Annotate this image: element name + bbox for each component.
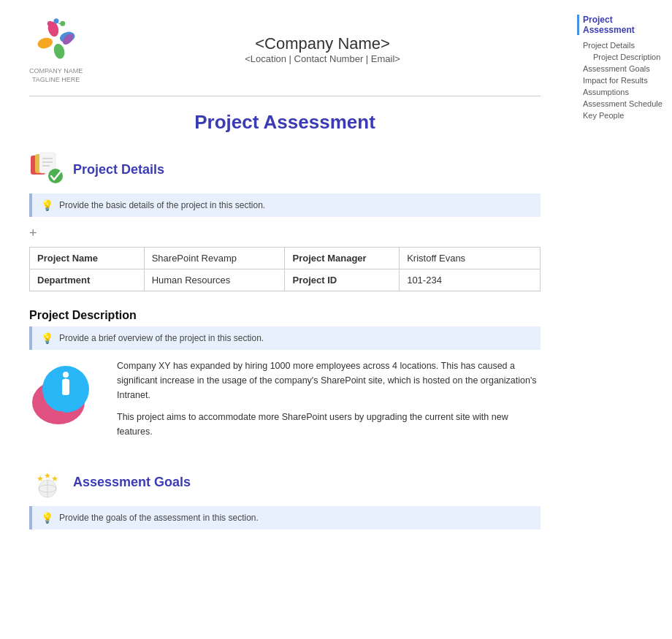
bulb-icon: 💡: [41, 199, 53, 211]
info-graphic-icon: i: [29, 359, 102, 432]
table-value: Human Resources: [144, 269, 285, 291]
sidebar-nav-title[interactable]: Project Assessment: [577, 15, 665, 35]
svg-point-2: [52, 42, 66, 60]
sidebar-item-schedule[interactable]: Assessment Schedule: [577, 98, 665, 110]
project-details-callout: 💡 Provide the basic details of the proje…: [29, 194, 541, 217]
sidebar: Project Assessment Project Details Proje…: [570, 0, 672, 639]
svg-text:★: ★: [44, 471, 51, 480]
table-label: Project Name: [30, 248, 145, 269]
svg-text:★: ★: [37, 474, 44, 483]
svg-text:★: ★: [51, 474, 58, 483]
description-para-1: Company XY has expanded by hiring 1000 m…: [117, 359, 541, 402]
table-value: Kristoff Evans: [400, 248, 541, 269]
svg-rect-21: [62, 379, 69, 395]
description-content: i Company XY has expanded by hiring 1000…: [29, 359, 541, 446]
project-details-icon: [29, 151, 66, 188]
bulb-icon-2: 💡: [41, 332, 53, 344]
assessment-goals-section: ★ ★ ★ Assessment Goals 💡 Provide the goa…: [29, 464, 541, 529]
logo-area: COMPANY NAME TAGLINE HERE: [29, 15, 83, 84]
add-row-button[interactable]: +: [29, 226, 541, 241]
svg-point-5: [47, 21, 52, 26]
sidebar-item-project-description[interactable]: Project Description: [577, 51, 665, 63]
logo-text: COMPANY NAME TAGLINE HERE: [29, 67, 83, 84]
table-value: 101-234: [400, 269, 541, 291]
bulb-icon-3: 💡: [41, 512, 53, 524]
svg-point-6: [53, 18, 58, 23]
description-text: Company XY has expanded by hiring 1000 m…: [117, 359, 541, 446]
project-description-callout: 💡 Provide a brief overview of the projec…: [29, 326, 541, 350]
sidebar-item-impact[interactable]: Impact for Results: [577, 74, 665, 86]
project-details-section: Project Details 💡 Provide the basic deta…: [29, 151, 541, 291]
sidebar-item-key-people[interactable]: Key People: [577, 110, 665, 121]
main-content: COMPANY NAME TAGLINE HERE <Company Name>…: [0, 0, 570, 639]
page-title: Project Assessment: [29, 111, 541, 134]
project-details-table: Project Name SharePoint Revamp Project M…: [29, 247, 541, 291]
table-label: Department: [30, 269, 145, 291]
svg-point-3: [36, 37, 53, 50]
table-label: Project ID: [285, 269, 400, 291]
page-header: COMPANY NAME TAGLINE HERE <Company Name>…: [29, 15, 541, 96]
table-label: Project Manager: [285, 248, 400, 269]
assessment-goals-callout: 💡 Provide the goals of the assessment in…: [29, 506, 541, 529]
assessment-goals-title: Assessment Goals: [73, 475, 191, 490]
sidebar-item-assumptions[interactable]: Assumptions: [577, 86, 665, 98]
table-row: Department Human Resources Project ID 10…: [30, 269, 541, 291]
svg-point-7: [60, 21, 65, 26]
table-row: Project Name SharePoint Revamp Project M…: [30, 248, 541, 269]
sidebar-item-assessment-goals[interactable]: Assessment Goals: [577, 63, 665, 74]
company-name: <Company Name>: [104, 34, 541, 53]
svg-point-20: [63, 372, 69, 378]
project-details-title: Project Details: [73, 162, 164, 177]
project-description-title: Project Description: [29, 309, 541, 322]
table-value: SharePoint Revamp: [144, 248, 285, 269]
sidebar-item-project-details[interactable]: Project Details: [577, 39, 665, 51]
project-description-section: Project Description 💡 Provide a brief ov…: [29, 309, 541, 446]
project-details-header: Project Details: [29, 151, 541, 188]
company-logo: [31, 15, 82, 66]
assessment-goals-icon: ★ ★ ★: [29, 464, 66, 500]
description-para-2: This project aims to accommodate more Sh…: [117, 410, 541, 439]
company-info: <Company Name> <Location | Contact Numbe…: [104, 34, 541, 64]
assessment-goals-header: ★ ★ ★ Assessment Goals: [29, 464, 541, 500]
company-details: <Location | Contact Number | Email>: [104, 53, 541, 64]
